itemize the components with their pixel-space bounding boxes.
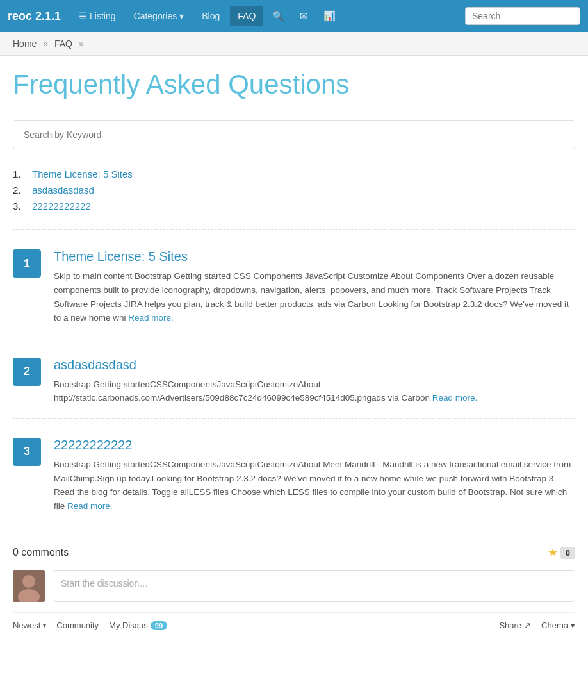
toc-num: 3. — [13, 201, 32, 212]
tab-community[interactable]: Community — [56, 621, 99, 630]
chevron-down-icon: ▾ — [179, 11, 184, 21]
faq-number-badge: 3 — [13, 438, 41, 466]
faq-text: Bootstrap Getting startedCSSComponentsJa… — [54, 378, 575, 405]
page-title: Frequently Asked Questions — [13, 69, 575, 101]
star-count: 0 — [560, 547, 575, 559]
bar-chart-icon[interactable]: 📊 — [317, 5, 342, 27]
star-badge: ★ 0 — [548, 546, 575, 560]
keyword-search-wrapper — [13, 120, 575, 149]
comment-input-row: Start the discussion… — [13, 570, 575, 602]
breadcrumb: Home » FAQ » — [0, 32, 588, 56]
list-icon: ☰ — [79, 11, 87, 21]
toc-list: 1. Theme License: 5 Sites2. asdasdasdasd… — [13, 169, 575, 230]
faq-number-badge: 1 — [13, 249, 41, 278]
faq-title[interactable]: 22222222222 — [54, 438, 575, 453]
faq-title[interactable]: Theme License: 5 Sites — [54, 249, 575, 264]
toc-num: 1. — [13, 169, 32, 179]
brand[interactable]: reoc 2.1.1 — [8, 10, 61, 23]
toc-link[interactable]: Theme License: 5 Sites — [32, 169, 133, 179]
tab-newest[interactable]: Newest ▾ — [13, 621, 46, 630]
comment-input[interactable]: Start the discussion… — [53, 570, 575, 602]
toc-item: 2. asdasdasdasd — [13, 185, 575, 196]
disqus-footer: Newest ▾ Community My Disqus 99 Share ↗ … — [13, 612, 575, 630]
faq-title[interactable]: asdasdasdasd — [54, 358, 575, 372]
svg-point-1 — [22, 575, 35, 588]
main-content: Frequently Asked Questions 1. Theme Lice… — [0, 56, 588, 643]
breadcrumb-sep-2: » — [79, 38, 84, 49]
chema-caret: ▾ — [571, 621, 575, 630]
breadcrumb-faq[interactable]: FAQ — [54, 38, 72, 49]
navbar-search-input[interactable] — [465, 7, 580, 25]
envelope-icon[interactable]: ✉ — [293, 5, 314, 27]
disqus-footer-left: Newest ▾ Community My Disqus 99 — [13, 621, 167, 630]
navbar-search — [465, 7, 580, 25]
comments-header: 0 comments ★ 0 — [13, 546, 575, 560]
nav-faq[interactable]: FAQ — [230, 6, 263, 26]
read-more-link[interactable]: Read more. — [67, 501, 113, 511]
navbar: reoc 2.1.1 ☰ Listing Categories ▾ Blog F… — [0, 0, 588, 32]
toc-link[interactable]: 22222222222 — [32, 201, 91, 212]
newest-caret: ▾ — [43, 622, 46, 629]
avatar — [13, 570, 45, 602]
keyword-search-input[interactable] — [15, 122, 573, 147]
nav-categories[interactable]: Categories ▾ — [126, 6, 192, 26]
faq-item: 1 Theme License: 5 Sites Skip to main co… — [13, 249, 575, 338]
share-button[interactable]: Share ↗ — [499, 621, 531, 630]
faq-item: 2 asdasdasdasd Bootstrap Getting started… — [13, 358, 575, 419]
toc-item: 3. 22222222222 — [13, 201, 575, 212]
breadcrumb-sep-1: » — [43, 38, 48, 49]
toc-link[interactable]: asdasdasdasd — [32, 185, 94, 196]
tab-my-disqus[interactable]: My Disqus 99 — [109, 621, 167, 630]
read-more-link[interactable]: Read more. — [128, 313, 174, 322]
nav-blog[interactable]: Blog — [194, 6, 227, 26]
share-icon: ↗ — [524, 621, 531, 630]
faq-text: Bootstrap Getting startedCSSComponentsJa… — [54, 458, 575, 513]
faq-items-container: 1 Theme License: 5 Sites Skip to main co… — [13, 249, 575, 526]
faq-body: asdasdasdasd Bootstrap Getting startedCS… — [54, 358, 575, 405]
search-icon[interactable]: 🔍 — [266, 5, 291, 27]
faq-body: 22222222222 Bootstrap Getting startedCSS… — [54, 438, 575, 513]
comments-count: 0 comments — [13, 547, 69, 558]
read-more-link[interactable]: Read more. — [432, 393, 478, 403]
faq-body: Theme License: 5 Sites Skip to main cont… — [54, 249, 575, 324]
nav-listing[interactable]: ☰ Listing — [71, 6, 123, 26]
disqus-footer-right: Share ↗ Chema ▾ — [499, 621, 575, 630]
star-icon: ★ — [548, 546, 558, 560]
faq-text: Skip to main content Bootstrap Getting s… — [54, 269, 575, 324]
breadcrumb-home[interactable]: Home — [13, 38, 37, 49]
faq-number-badge: 2 — [13, 358, 41, 386]
toc-num: 2. — [13, 185, 32, 196]
comments-section: 0 comments ★ 0 Start the discussion… New… — [13, 546, 575, 630]
toc-item: 1. Theme License: 5 Sites — [13, 169, 575, 179]
faq-item: 3 22222222222 Bootstrap Getting startedC… — [13, 438, 575, 526]
my-disqus-badge: 99 — [151, 621, 167, 630]
chema-button[interactable]: Chema ▾ — [541, 621, 575, 630]
